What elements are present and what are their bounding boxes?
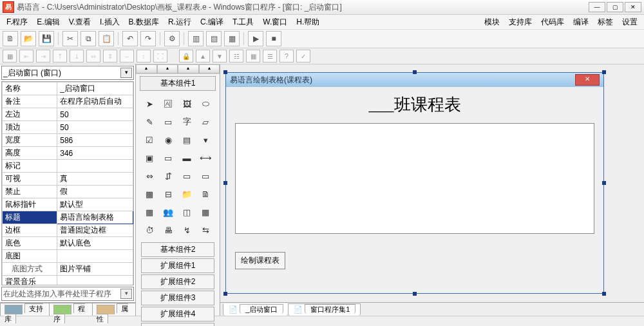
menu-file[interactable]: F.程序: [3, 15, 32, 29]
layout1-icon[interactable]: ▥: [188, 31, 204, 46]
help2-icon[interactable]: ?: [279, 50, 294, 62]
tab-property[interactable]: 属性: [92, 303, 136, 316]
prop-row[interactable]: 可视真: [3, 173, 133, 186]
copy-icon[interactable]: ⧉: [80, 31, 96, 46]
palette-category[interactable]: 外部组件: [141, 323, 214, 326]
palette-category[interactable]: 基本组件2: [141, 242, 214, 257]
design-canvas[interactable]: 易语言绘制表格(课程表) ✕ ___班课程表 绘制课程表 📄 _启动窗口 📄 窗…: [220, 64, 644, 316]
prop-value[interactable]: [57, 276, 133, 286]
save-icon[interactable]: 💾: [39, 31, 54, 46]
grid-icon[interactable]: ▦: [3, 50, 17, 62]
prop-row[interactable]: 鼠标指针默认型: [3, 198, 133, 211]
same-height-icon[interactable]: ↕: [137, 50, 151, 62]
undo-icon[interactable]: ↶: [122, 31, 138, 46]
event-selector[interactable]: 在此处选择加入事件处理子程序 ▾: [1, 287, 134, 301]
lock-icon[interactable]: 🔒: [179, 50, 193, 62]
tree-icon[interactable]: ⊟: [161, 187, 175, 201]
progress-icon[interactable]: ▬: [180, 151, 194, 165]
redo-icon[interactable]: ↷: [140, 31, 156, 46]
prop-value[interactable]: 默认型: [57, 198, 133, 211]
stop-icon[interactable]: ■: [266, 31, 281, 46]
grid-icon[interactable]: ▦: [198, 205, 213, 219]
form-close-icon[interactable]: ✕: [575, 74, 600, 86]
align-right-icon[interactable]: ⇥: [36, 50, 50, 62]
doc-icon[interactable]: 🗎: [198, 187, 213, 201]
prop-row[interactable]: 名称_启动窗口: [3, 82, 133, 95]
property-grid[interactable]: 名称_启动窗口备注在程序启动后自动左边50顶边50宽度586高度346标记可视真…: [1, 81, 134, 285]
pointer-icon[interactable]: ➤: [142, 97, 156, 111]
menu-run[interactable]: R.运行: [164, 15, 195, 29]
props-icon[interactable]: ☰: [263, 50, 277, 62]
frame-icon[interactable]: ◫: [180, 205, 194, 219]
menu-codedb[interactable]: 代码库: [537, 15, 568, 29]
timer-icon[interactable]: ⏱: [142, 223, 156, 237]
prop-value[interactable]: 真: [57, 173, 133, 186]
status-icon[interactable]: ▭: [198, 169, 213, 183]
menu-db[interactable]: B.数据库: [125, 15, 163, 29]
close-button[interactable]: ✕: [625, 2, 641, 12]
text-icon[interactable]: ▭: [161, 115, 175, 129]
prop-row[interactable]: 宽度586: [3, 134, 133, 147]
prop-row[interactable]: 顶边50: [3, 121, 133, 134]
editbox-icon[interactable]: ✎: [142, 115, 156, 129]
calendar-icon[interactable]: ▦: [142, 205, 156, 219]
heading-label[interactable]: ___班课程表: [226, 93, 603, 116]
cut-icon[interactable]: ✂: [62, 31, 78, 46]
new-icon[interactable]: 🗎: [3, 31, 18, 46]
minimize-button[interactable]: —: [589, 2, 605, 12]
toolbar-icon[interactable]: ▭: [180, 169, 194, 183]
prop-row[interactable]: 备注在程序启动后自动: [3, 95, 133, 108]
prop-value[interactable]: _启动窗口: [57, 82, 133, 95]
menu-tool[interactable]: T.工具: [229, 15, 258, 29]
menu-insert[interactable]: I.插入: [96, 15, 124, 29]
prop-value[interactable]: 普通固定边框: [57, 224, 133, 237]
scroll-icon[interactable]: ⇔: [142, 169, 156, 183]
menu-help[interactable]: H.帮助: [292, 15, 323, 29]
prop-row[interactable]: 高度346: [3, 147, 133, 160]
prop-row[interactable]: 边框普通固定边框: [3, 224, 133, 237]
shape-icon[interactable]: ⬭: [198, 97, 213, 111]
run-icon[interactable]: ▶: [248, 31, 263, 46]
combo-icon[interactable]: ▾: [198, 133, 213, 147]
radio-icon[interactable]: ◉: [161, 133, 175, 147]
tab-icon[interactable]: ▭: [161, 151, 175, 165]
back-icon[interactable]: ▼: [213, 50, 227, 62]
listbox-icon[interactable]: ▤: [180, 133, 194, 147]
prop-value[interactable]: 图片平铺: [57, 263, 133, 276]
align-bottom-icon[interactable]: ⤓: [70, 50, 84, 62]
people-icon[interactable]: 👥: [161, 205, 175, 219]
center-v-icon[interactable]: ⇕: [103, 50, 117, 62]
prop-row[interactable]: 背景音乐: [3, 276, 133, 286]
palette-header[interactable]: 基本组件1: [140, 76, 216, 91]
prop-value[interactable]: [57, 160, 133, 173]
palette-category[interactable]: 扩展组件2: [141, 274, 214, 289]
print-icon[interactable]: 🖶: [161, 223, 175, 237]
prop-value[interactable]: 50: [57, 121, 133, 134]
menu-edit[interactable]: E.编辑: [33, 15, 63, 29]
align-top-icon[interactable]: ⤒: [53, 50, 67, 62]
open-icon[interactable]: 📂: [21, 31, 36, 46]
prop-row[interactable]: 底图: [3, 250, 133, 263]
same-size-icon[interactable]: ⛶: [153, 50, 167, 62]
date-icon[interactable]: ▦: [142, 187, 156, 201]
front-icon[interactable]: ▲: [196, 50, 210, 62]
prop-row[interactable]: 标记: [3, 160, 133, 173]
prop-value[interactable]: 586: [57, 134, 133, 147]
picturebox-control[interactable]: [235, 123, 594, 234]
maximize-button[interactable]: ▢: [607, 2, 623, 12]
grid2-icon[interactable]: ▦: [246, 50, 260, 62]
prop-row[interactable]: 禁止假: [3, 186, 133, 198]
tab-program[interactable]: 程序: [49, 303, 93, 316]
prop-value[interactable]: 50: [57, 108, 133, 121]
menu-compile[interactable]: C.编译: [196, 15, 227, 29]
checkbox-icon[interactable]: ☑: [142, 133, 156, 147]
tab-code[interactable]: 📄 窗口程序集1: [288, 303, 361, 316]
menu-window[interactable]: W.窗口: [259, 15, 291, 29]
link-icon[interactable]: ↯: [180, 223, 194, 237]
prop-value[interactable]: 易语言绘制表格: [57, 211, 133, 224]
align-left-icon[interactable]: ⇤: [19, 50, 33, 62]
slider-icon[interactable]: ⟷: [198, 151, 213, 165]
prop-value[interactable]: 假: [57, 186, 133, 198]
picture-icon[interactable]: 🖼: [180, 97, 194, 111]
group-icon[interactable]: ▣: [142, 151, 156, 165]
